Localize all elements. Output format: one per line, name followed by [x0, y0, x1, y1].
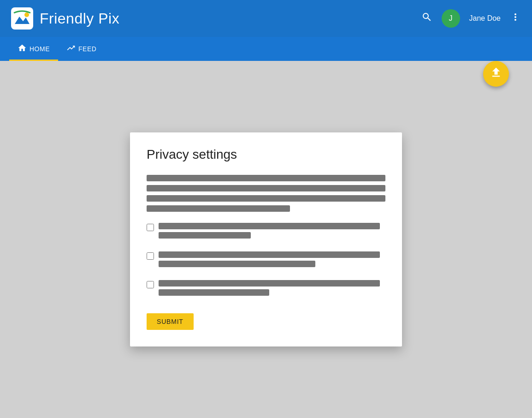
more-icon[interactable]	[510, 12, 521, 25]
upload-fab[interactable]	[483, 61, 509, 87]
header-left: Friendly Pix	[11, 7, 119, 30]
navbar: HOME FEED	[0, 37, 532, 61]
feed-icon	[66, 43, 76, 55]
desc-bar-4	[147, 205, 290, 212]
avatar[interactable]: J	[442, 9, 460, 28]
desc-bar-1	[147, 175, 385, 181]
checkbox-3[interactable]	[147, 281, 154, 288]
svg-point-1	[24, 12, 29, 17]
checkbox-1[interactable]	[147, 224, 154, 231]
cb3-bar2	[159, 289, 269, 296]
description-text-block	[147, 175, 385, 212]
checkbox-item-1	[147, 223, 385, 241]
search-icon[interactable]	[421, 12, 432, 25]
nav-item-feed[interactable]: FEED	[58, 37, 105, 61]
privacy-settings-dialog: Privacy settings	[130, 132, 402, 346]
nav-label-feed: FEED	[78, 45, 96, 53]
header-right: J Jane Doe	[421, 9, 521, 28]
nav-label-home: HOME	[30, 45, 50, 53]
checkbox-item-2	[147, 251, 385, 270]
dialog-title: Privacy settings	[147, 147, 385, 162]
upload-icon	[490, 66, 502, 82]
desc-bar-3	[147, 195, 385, 202]
nav-item-home[interactable]: HOME	[9, 37, 58, 61]
main-content: Privacy settings	[0, 61, 532, 418]
header: Friendly Pix J Jane Doe	[0, 0, 532, 37]
cb3-bar1	[159, 280, 380, 287]
user-name: Jane Doe	[469, 14, 501, 23]
checkbox-2-text	[159, 251, 380, 270]
checkbox-2[interactable]	[147, 252, 154, 260]
home-icon	[18, 43, 27, 55]
cb2-bar1	[159, 251, 380, 258]
checkbox-1-text	[159, 223, 380, 241]
avatar-initial: J	[449, 14, 453, 23]
checkbox-item-3	[147, 280, 385, 299]
checkbox-3-text	[159, 280, 380, 299]
logo-icon	[11, 7, 33, 30]
cb1-bar2	[159, 232, 251, 239]
desc-bar-2	[147, 185, 385, 191]
cb1-bar1	[159, 223, 380, 229]
app-title: Friendly Pix	[40, 10, 119, 27]
submit-button[interactable]: SUBMIT	[147, 313, 194, 330]
cb2-bar2	[159, 261, 315, 267]
